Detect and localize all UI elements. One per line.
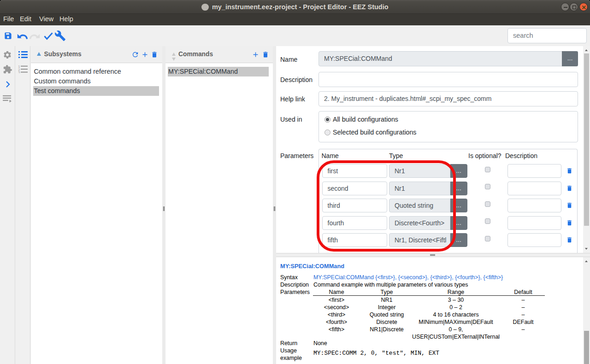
svg-text:3: 3 (18, 71, 20, 74)
